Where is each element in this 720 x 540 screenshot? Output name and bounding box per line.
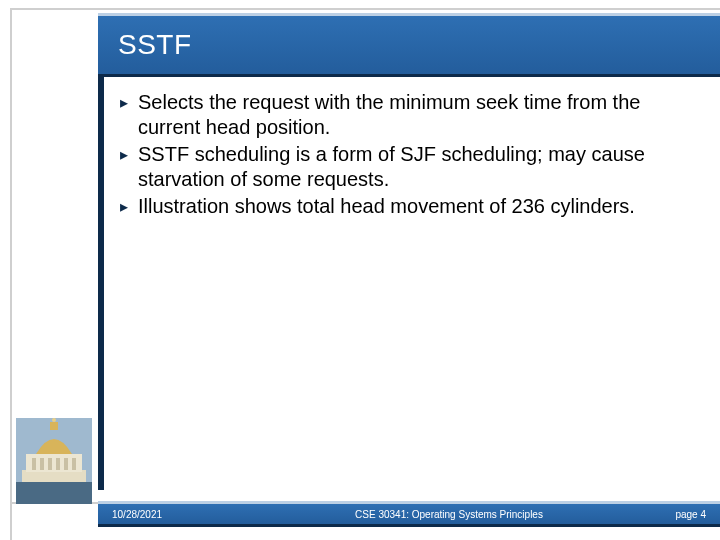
list-item: ▸ Selects the request with the minimum s… xyxy=(120,90,690,140)
dome-logo xyxy=(16,418,92,504)
svg-rect-9 xyxy=(50,422,58,430)
svg-rect-4 xyxy=(40,458,44,470)
bullet-list: ▸ Selects the request with the minimum s… xyxy=(120,90,690,219)
slide-title: SSTF xyxy=(118,29,192,61)
frame-left-line xyxy=(10,8,12,540)
svg-rect-11 xyxy=(16,482,92,504)
bullet-icon: ▸ xyxy=(120,145,128,165)
bullet-icon: ▸ xyxy=(120,93,128,113)
vertical-accent-bar xyxy=(98,16,104,502)
svg-rect-6 xyxy=(56,458,60,470)
frame-top-line xyxy=(10,8,720,10)
svg-rect-1 xyxy=(22,470,86,484)
svg-rect-5 xyxy=(48,458,52,470)
bullet-text: SSTF scheduling is a form of SJF schedul… xyxy=(138,143,645,190)
footer-page: page 4 xyxy=(650,509,720,520)
svg-rect-7 xyxy=(64,458,68,470)
svg-rect-3 xyxy=(32,458,36,470)
bullet-text: Illustration shows total head movement o… xyxy=(138,195,635,217)
footer-course: CSE 30341: Operating Systems Principles xyxy=(248,509,650,520)
bullet-icon: ▸ xyxy=(120,197,128,217)
title-bar: SSTF xyxy=(98,16,720,74)
slide-body: ▸ Selects the request with the minimum s… xyxy=(120,90,690,221)
bullet-text: Selects the request with the minimum see… xyxy=(138,91,640,138)
svg-point-10 xyxy=(52,418,56,422)
footer-bar: 10/28/2021 CSE 30341: Operating Systems … xyxy=(98,504,720,524)
slide: SSTF ▸ Selects the request with the mini… xyxy=(0,0,720,540)
footer-date: 10/28/2021 xyxy=(98,509,248,520)
list-item: ▸ Illustration shows total head movement… xyxy=(120,194,690,219)
svg-rect-8 xyxy=(72,458,76,470)
list-item: ▸ SSTF scheduling is a form of SJF sched… xyxy=(120,142,690,192)
